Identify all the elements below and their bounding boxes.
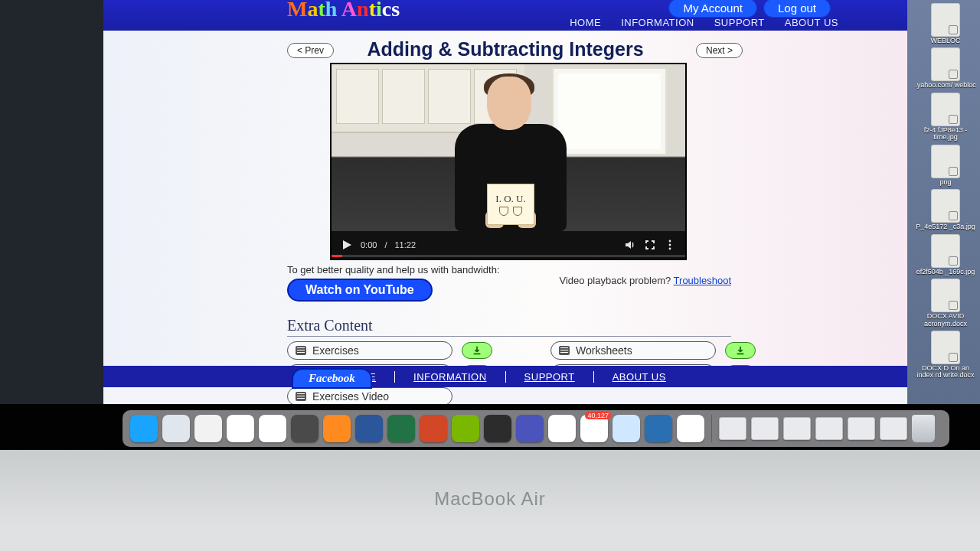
dock-app-app-store[interactable] [677, 415, 704, 442]
dock-app-skype[interactable] [548, 415, 576, 442]
dock-app-word[interactable] [355, 415, 383, 442]
facebook-button[interactable]: Facebook [292, 368, 372, 389]
volume-icon[interactable] [624, 239, 636, 251]
svg-point-2 [669, 248, 671, 250]
dock-app-mail[interactable] [580, 415, 608, 442]
macos-dock [122, 410, 949, 447]
nav-home[interactable]: HOME [570, 17, 601, 28]
dock-app-preview[interactable] [612, 415, 640, 442]
nav-support[interactable]: SUPPORT [714, 17, 765, 28]
main-content: < Prev Next > Adding & Subtracting Integ… [103, 31, 907, 387]
site-footer: Facebook HOME INFORMATION SUPPORT ABOUT … [103, 366, 907, 387]
extra-item-exercises-video[interactable]: Exercises Video [287, 387, 452, 404]
more-icon[interactable] [664, 239, 676, 251]
footer-information[interactable]: INFORMATION [395, 371, 506, 383]
download-button[interactable] [462, 342, 492, 359]
extra-item-worksheets[interactable]: Worksheets [550, 341, 716, 360]
playback-problem-text: Video playback problem? Troubleshoot [559, 275, 731, 286]
svg-point-0 [669, 240, 671, 243]
primary-nav: HOME INFORMATION SUPPORT ABOUT US [570, 17, 838, 28]
desktop-file[interactable]: P_4e5172 _c3a.jpg [913, 189, 978, 230]
dock-app-app-dark[interactable] [484, 415, 511, 442]
video-progress-bar[interactable] [332, 255, 685, 257]
footer-about[interactable]: ABOUT US [594, 371, 684, 383]
desktop-file[interactable]: WEBLOC [913, 3, 978, 44]
svg-point-1 [669, 244, 671, 246]
dock-minimized-window[interactable] [848, 417, 875, 440]
dock-app-itunes[interactable] [259, 415, 286, 442]
dock-minimized-window[interactable] [815, 417, 843, 440]
video-time-current: 0:00 [361, 240, 377, 249]
dock-app-firefox[interactable] [323, 415, 351, 442]
macbook-label: MacBook Air [0, 488, 980, 510]
dock-minimized-window[interactable] [783, 417, 811, 440]
video-player[interactable]: I. O. U. 0:00 / 11:22 [330, 63, 687, 260]
dock-minimized-window[interactable] [719, 417, 746, 440]
desktop-file[interactable]: DOCX D On an index rd write.docx [913, 331, 978, 380]
desktop-file[interactable]: ef2f504b _169c.jpg [913, 234, 978, 276]
trash-icon[interactable] [912, 415, 935, 442]
my-account-button[interactable]: My Account [668, 0, 757, 18]
footer-support[interactable]: SUPPORT [506, 371, 594, 383]
nav-information[interactable]: INFORMATION [621, 17, 694, 28]
site-logo[interactable]: Math Antics [287, 0, 400, 21]
dock-minimized-window[interactable] [880, 417, 907, 440]
video-icon [296, 392, 306, 401]
video-thumbnail: I. O. U. [332, 64, 685, 231]
dock-minimized-window[interactable] [751, 417, 779, 440]
dock-app-finder[interactable] [130, 415, 158, 442]
video-controls: 0:00 / 11:22 [332, 231, 685, 259]
desktop-file[interactable]: .yahoo.com/ webloc [913, 47, 978, 89]
dock-app-safari[interactable] [162, 415, 190, 442]
video-time-total: 11:22 [394, 240, 416, 249]
logout-button[interactable]: Log out [763, 0, 831, 18]
desktop-file[interactable]: f2-4 fJP8e13 -time.jpg [913, 93, 978, 142]
nav-about[interactable]: ABOUT US [785, 17, 838, 28]
bandwidth-note: To get better quality and help us with b… [287, 264, 731, 276]
document-icon [296, 346, 306, 355]
desktop-file-area: WEBLOC .yahoo.com/ webloc f2-4 fJP8e13 -… [907, 0, 980, 406]
document-icon [559, 346, 570, 355]
desktop-file[interactable]: png [913, 145, 978, 186]
troubleshoot-link[interactable]: Troubleshoot [674, 275, 731, 286]
extra-content-heading: Extra Content [287, 317, 731, 337]
page-title: Adding & Subtracting Integers [103, 38, 907, 60]
dock-app-powerpoint[interactable] [420, 415, 447, 442]
download-button[interactable] [725, 342, 756, 359]
dock-app-teams[interactable] [516, 415, 544, 442]
dock-app-quicktime[interactable] [645, 415, 672, 442]
fullscreen-icon[interactable] [644, 239, 656, 251]
site-header: Math Antics My Account Log out HOME INFO… [103, 0, 907, 31]
play-icon[interactable] [341, 239, 353, 251]
dock-app-excel[interactable] [387, 415, 415, 442]
desktop-file[interactable]: DOCX AVID acronym.docx [913, 279, 978, 328]
dock-app-settings[interactable] [291, 415, 318, 442]
video-card-prop: I. O. U. [487, 184, 534, 225]
dock-app-photos[interactable] [227, 415, 254, 442]
browser-viewport: Math Antics My Account Log out HOME INFO… [103, 0, 907, 404]
dock-app-chrome[interactable] [194, 415, 222, 442]
watch-youtube-button[interactable]: Watch on YouTube [287, 279, 433, 302]
dock-app-app-green[interactable] [452, 415, 479, 442]
extra-item-exercises[interactable]: Exercises [287, 341, 452, 360]
